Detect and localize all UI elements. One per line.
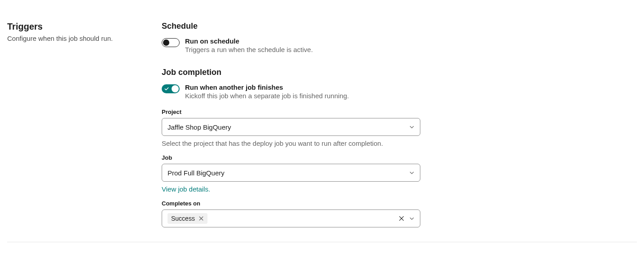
job-completion-toggle-row: Run when another job finishes Kickoff th…: [162, 83, 420, 100]
project-select-value: Jaffle Shop BigQuery: [168, 123, 231, 131]
schedule-toggle-text: Run on schedule Triggers a run when the …: [185, 37, 420, 53]
job-field-group: Job Prod Full BigQuery View job details.: [162, 154, 420, 193]
status-chip: Success: [168, 213, 207, 224]
completes-on-label: Completes on: [162, 200, 420, 207]
sidebar-description: Configure when this job should run.: [7, 35, 162, 42]
schedule-toggle-label: Run on schedule: [185, 37, 420, 45]
project-label: Project: [162, 109, 420, 115]
project-select[interactable]: Jaffle Shop BigQuery: [162, 118, 420, 136]
chevron-down-icon: [409, 170, 415, 175]
run-on-schedule-toggle[interactable]: [162, 38, 180, 47]
chip-label: Success: [171, 215, 195, 222]
completes-on-select[interactable]: Success: [162, 209, 420, 227]
job-completion-heading: Job completion: [162, 68, 420, 77]
chevron-down-icon: [409, 216, 415, 221]
toggle-knob: [163, 39, 169, 46]
chips-area: Success: [168, 213, 207, 224]
schedule-heading: Schedule: [162, 22, 420, 31]
run-when-job-finishes-toggle[interactable]: [162, 84, 180, 93]
triggers-main: Schedule Run on schedule Triggers a run …: [162, 22, 420, 227]
schedule-toggle-row: Run on schedule Triggers a run when the …: [162, 37, 420, 53]
sidebar-title: Triggers: [7, 22, 162, 32]
select-icons: [409, 124, 415, 130]
view-job-details-link[interactable]: View job details.: [162, 185, 210, 193]
schedule-toggle-description: Triggers a run when the schedule is acti…: [185, 46, 420, 53]
job-completion-toggle-label: Run when another job finishes: [185, 83, 420, 91]
triggers-sidebar: Triggers Configure when this job should …: [7, 22, 162, 227]
job-select[interactable]: Prod Full BigQuery: [162, 164, 420, 182]
check-icon: [164, 87, 169, 91]
job-completion-toggle-text: Run when another job finishes Kickoff th…: [185, 83, 420, 100]
toggle-knob: [172, 85, 179, 92]
chevron-down-icon: [409, 124, 415, 130]
job-completion-toggle-description: Kickoff this job when a separate job is …: [185, 92, 420, 100]
project-help: Select the project that has the deploy j…: [162, 140, 420, 147]
job-label: Job: [162, 154, 420, 161]
remove-chip-icon[interactable]: [198, 216, 204, 221]
section-divider: [7, 242, 637, 242]
project-field-group: Project Jaffle Shop BigQuery Select the …: [162, 109, 420, 147]
job-select-value: Prod Full BigQuery: [168, 169, 225, 177]
completes-on-field-group: Completes on Success: [162, 200, 420, 227]
clear-all-icon[interactable]: [398, 215, 405, 222]
select-icons: [409, 170, 415, 175]
select-icons: [398, 215, 415, 222]
